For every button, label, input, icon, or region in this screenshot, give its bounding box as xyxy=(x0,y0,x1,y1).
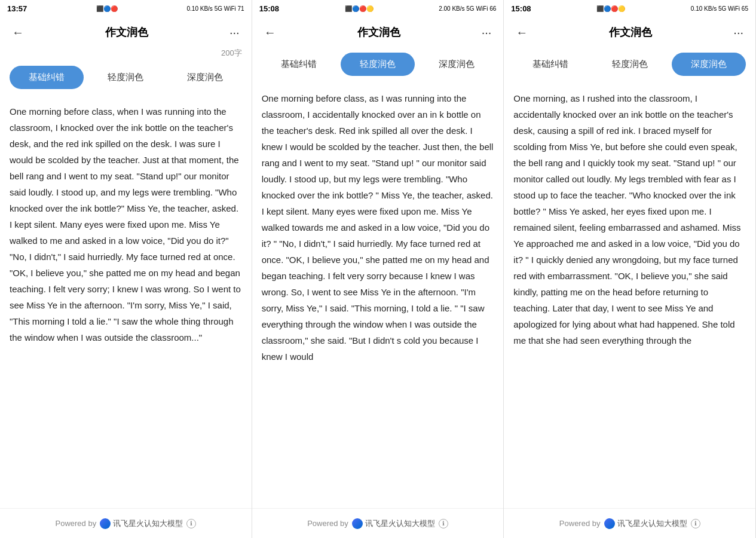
tab-bar-3: 基础纠错 轻度润色 深度润色 xyxy=(504,48,755,81)
footer-logo-1: 讯飞星火认知大模型 xyxy=(100,518,183,529)
content-text-1: One morning before class, when I was run… xyxy=(10,103,242,346)
phone-panel-1: 13:57 ⬛🔵🔴 0.10 KB/s 5G WiFi 71 ← 作文润色 ··… xyxy=(0,0,252,538)
status-bar-3: 15:08 ⬛🔵🔴🟡 0.10 KB/s 5G WiFi 65 xyxy=(504,0,755,17)
tab-bar-1: 基础纠错 轻度润色 深度润色 xyxy=(0,61,252,94)
tab-basic-error-2[interactable]: 基础纠错 xyxy=(262,53,336,76)
status-icons-symbols-1: ⬛🔵🔴 xyxy=(96,5,118,12)
info-icon-1[interactable]: ℹ xyxy=(186,519,196,528)
app-title-2: 作文润色 xyxy=(357,25,400,39)
back-button-2[interactable]: ← xyxy=(262,23,278,42)
tab-deep-polish-3[interactable]: 深度润色 xyxy=(672,53,746,76)
info-icon-3[interactable]: ℹ xyxy=(691,519,700,528)
status-time-2: 15:08 xyxy=(259,4,279,13)
tab-deep-polish-1[interactable]: 深度润色 xyxy=(167,66,241,89)
app-bar-3: ← 作文润色 ··· xyxy=(504,17,755,48)
content-text-2: One morning before class, as I was runni… xyxy=(262,90,494,365)
info-icon-2[interactable]: ℹ xyxy=(439,519,448,528)
status-icons-symbols-3: ⬛🔵🔴🟡 xyxy=(596,5,625,12)
tab-bar-2: 基础纠错 轻度润色 深度润色 xyxy=(252,48,504,81)
brand-name-1: 讯飞星火认知大模型 xyxy=(113,518,183,529)
content-text-3: One morning, as I rushed into the classr… xyxy=(513,90,746,349)
powered-by-label-1: Powered by xyxy=(56,519,97,528)
phone-panel-3: 15:08 ⬛🔵🔴🟡 0.10 KB/s 5G WiFi 65 ← 作文润色 ·… xyxy=(504,0,756,538)
status-time-1: 13:57 xyxy=(7,4,27,13)
tab-light-polish-1[interactable]: 轻度润色 xyxy=(88,66,163,89)
tab-basic-error-1[interactable]: 基础纠错 xyxy=(10,66,84,89)
content-area-3: One morning, as I rushed into the classr… xyxy=(504,81,755,508)
menu-button-2[interactable]: ··· xyxy=(479,23,494,42)
tab-deep-polish-2[interactable]: 深度润色 xyxy=(420,53,494,76)
footer-2: Powered by 讯飞星火认知大模型 ℹ xyxy=(252,508,504,538)
app-bar-1: ← 作文润色 ··· xyxy=(0,17,252,48)
status-time-3: 15:08 xyxy=(511,4,531,13)
spark-icon-3 xyxy=(604,518,615,529)
tab-light-polish-2[interactable]: 轻度润色 xyxy=(341,53,415,76)
status-bar-1: 13:57 ⬛🔵🔴 0.10 KB/s 5G WiFi 71 xyxy=(0,0,252,17)
back-button-1[interactable]: ← xyxy=(10,23,26,42)
app-title-1: 作文润色 xyxy=(105,25,148,39)
phone-panel-2: 15:08 ⬛🔵🔴🟡 2.00 KB/s 5G WiFi 66 ← 作文润色 ·… xyxy=(252,0,504,538)
back-button-3[interactable]: ← xyxy=(513,23,530,42)
status-icons-3: ⬛🔵🔴🟡 xyxy=(596,5,625,12)
status-right-2: 2.00 KB/s 5G WiFi 66 xyxy=(439,5,496,12)
powered-by-label-3: Powered by xyxy=(559,519,601,528)
footer-logo-3: 讯飞星火认知大模型 xyxy=(604,518,687,529)
content-area-2: One morning before class, as I was runni… xyxy=(252,81,504,508)
tab-light-polish-3[interactable]: 轻度润色 xyxy=(593,53,667,76)
app-title-3: 作文润色 xyxy=(609,25,652,39)
footer-1: Powered by 讯飞星火认知大模型 ℹ xyxy=(0,508,252,538)
status-right-3: 0.10 KB/s 5G WiFi 65 xyxy=(691,5,748,12)
status-icons-symbols-2: ⬛🔵🔴🟡 xyxy=(345,5,374,12)
tab-basic-error-3[interactable]: 基础纠错 xyxy=(513,53,587,76)
menu-button-1[interactable]: ··· xyxy=(227,23,242,42)
status-icons-1: ⬛🔵🔴 xyxy=(96,5,118,12)
menu-button-3[interactable]: ··· xyxy=(731,23,746,42)
spark-icon-1 xyxy=(100,518,111,529)
brand-name-3: 讯飞星火认知大模型 xyxy=(617,518,687,529)
status-bar-2: 15:08 ⬛🔵🔴🟡 2.00 KB/s 5G WiFi 66 xyxy=(252,0,504,17)
status-network-1: 0.10 KB/s 5G WiFi 71 xyxy=(187,5,244,12)
status-right-1: 0.10 KB/s 5G WiFi 71 xyxy=(187,5,244,12)
status-network-3: 0.10 KB/s 5G WiFi 65 xyxy=(691,5,748,12)
spark-icon-2 xyxy=(352,518,363,529)
powered-by-label-2: Powered by xyxy=(307,519,348,528)
word-count-1: 200字 xyxy=(0,48,252,61)
content-area-1: One morning before class, when I was run… xyxy=(0,94,252,508)
app-bar-2: ← 作文润色 ··· xyxy=(252,17,504,48)
status-network-2: 2.00 KB/s 5G WiFi 66 xyxy=(439,5,496,12)
brand-name-2: 讯飞星火认知大模型 xyxy=(365,518,435,529)
footer-logo-2: 讯飞星火认知大模型 xyxy=(352,518,435,529)
status-icons-2: ⬛🔵🔴🟡 xyxy=(345,5,374,12)
footer-3: Powered by 讯飞星火认知大模型 ℹ xyxy=(504,508,755,538)
